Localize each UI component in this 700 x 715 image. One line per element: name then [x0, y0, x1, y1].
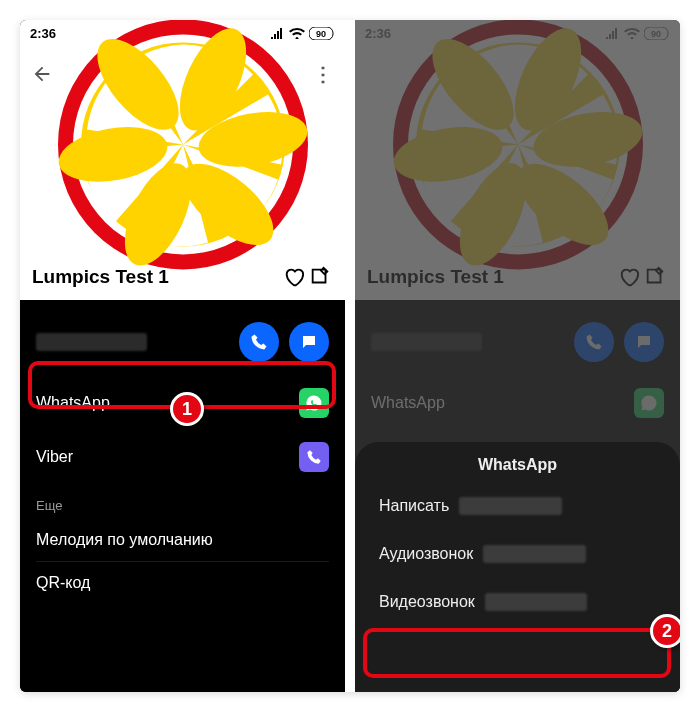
- sheet-video-row[interactable]: Видеозвонок 000 000 00 00: [355, 578, 680, 626]
- phone-screenshot-right: 2:36 90: [355, 20, 680, 692]
- phone-icon: [250, 333, 268, 351]
- number-redacted: 000 000 00 00: [483, 545, 585, 563]
- sheet-audio-label: Аудиозвонок: [379, 545, 473, 563]
- phone-number-redacted: 000 000 00 000: [36, 333, 147, 351]
- status-bar: 2:36 90: [20, 20, 345, 46]
- ringtone-label: Мелодия по умолчанию: [36, 531, 213, 549]
- contact-name: Lumpics Test 1: [32, 266, 169, 288]
- phone-number-row[interactable]: 000 000 00 000: [20, 308, 345, 376]
- wifi-icon: [289, 27, 305, 39]
- step-badge-1: 1: [170, 392, 204, 426]
- contact-avatar: [53, 20, 313, 274]
- contact-details: 000 000 00 000 WhatsApp Viber: [20, 300, 345, 692]
- viber-row[interactable]: Viber: [20, 430, 345, 484]
- whatsapp-label: WhatsApp: [36, 394, 110, 412]
- heart-icon: [283, 266, 305, 288]
- sheet-video-label: Видеозвонок: [379, 593, 475, 611]
- phone-screenshot-left: 2:36 90 ⋮: [20, 20, 345, 692]
- number-redacted: 000 000 00 00: [459, 497, 561, 515]
- svg-text:90: 90: [316, 29, 326, 39]
- more-header: Еще: [20, 484, 345, 519]
- viber-icon: [299, 442, 329, 472]
- chat-icon: [300, 333, 318, 351]
- arrow-left-icon: [31, 63, 53, 85]
- battery-icon: 90: [309, 27, 335, 40]
- sheet-write-row[interactable]: Написать 000 000 00 00: [355, 482, 680, 530]
- menu-button[interactable]: ⋮: [309, 60, 337, 88]
- edit-button[interactable]: [307, 264, 333, 290]
- whatsapp-action-sheet: WhatsApp Написать 000 000 00 00 Аудиозво…: [355, 442, 680, 692]
- ringtone-row[interactable]: Мелодия по умолчанию: [20, 519, 345, 561]
- message-button[interactable]: [289, 322, 329, 362]
- sheet-title: WhatsApp: [355, 456, 680, 482]
- contact-hero: ⋮: [20, 20, 345, 300]
- favorite-button[interactable]: [281, 264, 307, 290]
- status-icons: 90: [271, 27, 335, 40]
- qr-row[interactable]: QR-код: [20, 562, 345, 604]
- whatsapp-icon: [299, 388, 329, 418]
- viber-label: Viber: [36, 448, 73, 466]
- kebab-icon: ⋮: [313, 62, 333, 86]
- step-badge-2: 2: [650, 614, 680, 648]
- back-button[interactable]: [28, 60, 56, 88]
- call-button[interactable]: [239, 322, 279, 362]
- sheet-write-label: Написать: [379, 497, 449, 515]
- signal-icon: [271, 27, 285, 39]
- sheet-audio-row[interactable]: Аудиозвонок 000 000 00 00: [355, 530, 680, 578]
- number-redacted: 000 000 00 00: [485, 593, 587, 611]
- qr-label: QR-код: [36, 574, 90, 592]
- edit-icon: [309, 266, 331, 288]
- status-time: 2:36: [30, 26, 56, 41]
